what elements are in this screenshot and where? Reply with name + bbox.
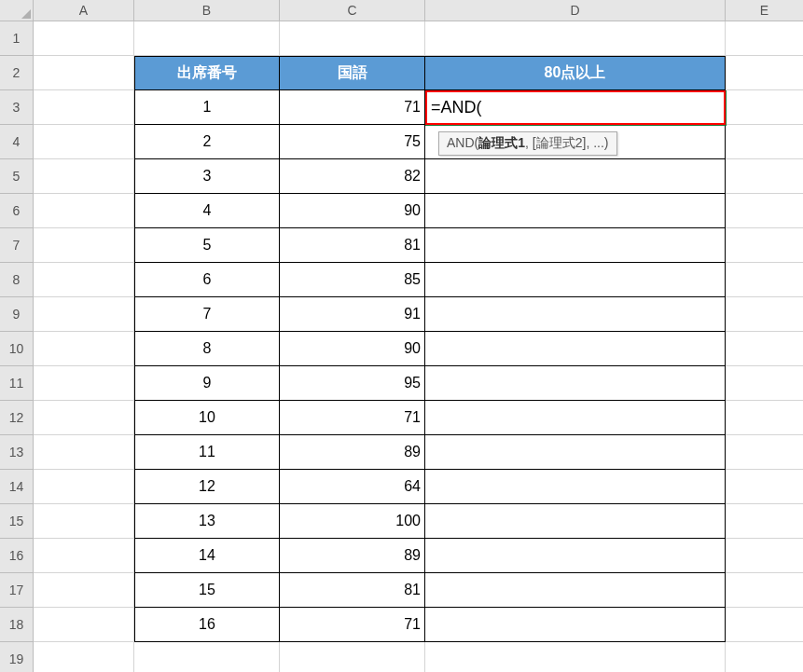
- cell-a9[interactable]: [34, 297, 134, 332]
- table-header-subject[interactable]: 国語: [280, 56, 425, 90]
- cell-a17[interactable]: [34, 573, 134, 608]
- cell-c1[interactable]: [280, 21, 425, 56]
- cell-d1[interactable]: [425, 21, 726, 56]
- cell-e19[interactable]: [726, 642, 803, 672]
- cell-e2[interactable]: [726, 56, 803, 90]
- cell-score-5[interactable]: 82: [280, 159, 425, 194]
- cell-e3[interactable]: [726, 90, 803, 125]
- cell-e16[interactable]: [726, 539, 803, 573]
- cell-a5[interactable]: [34, 159, 134, 194]
- cell-a14[interactable]: [34, 470, 134, 504]
- cell-score-18[interactable]: 71: [280, 608, 425, 642]
- row-header-11[interactable]: 11: [0, 366, 34, 401]
- row-header-16[interactable]: 16: [0, 539, 34, 573]
- row-header-4[interactable]: 4: [0, 125, 34, 159]
- cell-result-14[interactable]: [425, 470, 726, 504]
- cell-a10[interactable]: [34, 332, 134, 366]
- cell-number-14[interactable]: 12: [134, 470, 280, 504]
- cell-result-11[interactable]: [425, 366, 726, 401]
- cell-score-4[interactable]: 75: [280, 125, 425, 159]
- row-header-7[interactable]: 7: [0, 228, 34, 263]
- cell-a7[interactable]: [34, 228, 134, 263]
- cell-e13[interactable]: [726, 435, 803, 470]
- cell-a8[interactable]: [34, 263, 134, 297]
- row-header-19[interactable]: 19: [0, 642, 34, 672]
- cell-score-10[interactable]: 90: [280, 332, 425, 366]
- cell-number-4[interactable]: 2: [134, 125, 280, 159]
- cell-score-3[interactable]: 71: [280, 90, 425, 125]
- cell-score-13[interactable]: 89: [280, 435, 425, 470]
- cell-result-5[interactable]: [425, 159, 726, 194]
- cell-score-9[interactable]: 91: [280, 297, 425, 332]
- cell-a2[interactable]: [34, 56, 134, 90]
- cell-score-15[interactable]: 100: [280, 504, 425, 539]
- cell-score-12[interactable]: 71: [280, 401, 425, 435]
- cell-a6[interactable]: [34, 194, 134, 228]
- cell-number-15[interactable]: 13: [134, 504, 280, 539]
- formula-tooltip[interactable]: AND(論理式1, [論理式2], ...): [438, 131, 617, 156]
- cell-number-13[interactable]: 11: [134, 435, 280, 470]
- cell-result-18[interactable]: [425, 608, 726, 642]
- cell-score-17[interactable]: 81: [280, 573, 425, 608]
- row-header-6[interactable]: 6: [0, 194, 34, 228]
- cell-score-16[interactable]: 89: [280, 539, 425, 573]
- row-header-10[interactable]: 10: [0, 332, 34, 366]
- cell-a3[interactable]: [34, 90, 134, 125]
- row-header-2[interactable]: 2: [0, 56, 34, 90]
- cell-result-7[interactable]: [425, 228, 726, 263]
- row-header-1[interactable]: 1: [0, 21, 34, 56]
- row-header-18[interactable]: 18: [0, 608, 34, 642]
- cell-e12[interactable]: [726, 401, 803, 435]
- row-header-3[interactable]: 3: [0, 90, 34, 125]
- cell-result-13[interactable]: [425, 435, 726, 470]
- cell-result-10[interactable]: [425, 332, 726, 366]
- cell-result-16[interactable]: [425, 539, 726, 573]
- cell-number-11[interactable]: 9: [134, 366, 280, 401]
- col-header-b[interactable]: B: [134, 0, 280, 21]
- col-header-c[interactable]: C: [280, 0, 425, 21]
- cell-e11[interactable]: [726, 366, 803, 401]
- cell-score-8[interactable]: 85: [280, 263, 425, 297]
- cell-e14[interactable]: [726, 470, 803, 504]
- cell-a15[interactable]: [34, 504, 134, 539]
- cell-number-18[interactable]: 16: [134, 608, 280, 642]
- cell-score-11[interactable]: 95: [280, 366, 425, 401]
- cell-e5[interactable]: [726, 159, 803, 194]
- cell-d19[interactable]: [425, 642, 726, 672]
- cell-e8[interactable]: [726, 263, 803, 297]
- row-header-8[interactable]: 8: [0, 263, 34, 297]
- row-header-17[interactable]: 17: [0, 573, 34, 608]
- row-header-14[interactable]: 14: [0, 470, 34, 504]
- cell-a16[interactable]: [34, 539, 134, 573]
- cell-number-10[interactable]: 8: [134, 332, 280, 366]
- cell-a13[interactable]: [34, 435, 134, 470]
- cell-number-9[interactable]: 7: [134, 297, 280, 332]
- col-header-a[interactable]: A: [34, 0, 134, 21]
- cell-result-8[interactable]: [425, 263, 726, 297]
- row-header-9[interactable]: 9: [0, 297, 34, 332]
- cell-e1[interactable]: [726, 21, 803, 56]
- table-header-number[interactable]: 出席番号: [134, 56, 280, 90]
- cell-e17[interactable]: [726, 573, 803, 608]
- cell-number-3[interactable]: 1: [134, 90, 280, 125]
- cell-a1[interactable]: [34, 21, 134, 56]
- cell-b19[interactable]: [134, 642, 280, 672]
- cell-a18[interactable]: [34, 608, 134, 642]
- cell-b1[interactable]: [134, 21, 280, 56]
- spreadsheet-grid[interactable]: ABCDE12出席番号国語80点以上3171=AND(4275538264907…: [0, 0, 803, 672]
- cell-e10[interactable]: [726, 332, 803, 366]
- cell-e6[interactable]: [726, 194, 803, 228]
- cell-number-5[interactable]: 3: [134, 159, 280, 194]
- cell-number-16[interactable]: 14: [134, 539, 280, 573]
- row-header-13[interactable]: 13: [0, 435, 34, 470]
- select-all-corner[interactable]: [0, 0, 34, 21]
- col-header-e[interactable]: E: [726, 0, 803, 21]
- cell-score-7[interactable]: 81: [280, 228, 425, 263]
- cell-result-12[interactable]: [425, 401, 726, 435]
- cell-number-17[interactable]: 15: [134, 573, 280, 608]
- row-header-5[interactable]: 5: [0, 159, 34, 194]
- cell-result-15[interactable]: [425, 504, 726, 539]
- cell-score-6[interactable]: 90: [280, 194, 425, 228]
- cell-a11[interactable]: [34, 366, 134, 401]
- cell-result-6[interactable]: [425, 194, 726, 228]
